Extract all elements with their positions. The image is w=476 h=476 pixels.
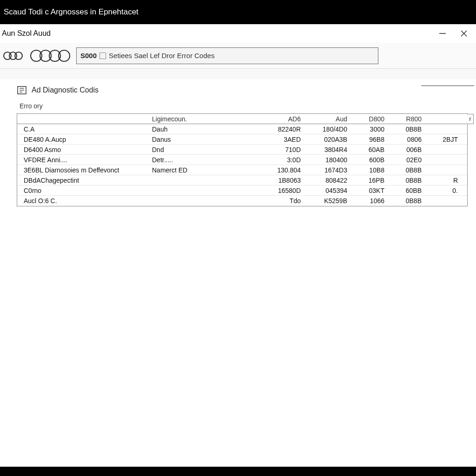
cell: C.A	[17, 126, 147, 133]
cell: 0B8B	[389, 126, 426, 133]
window-controls	[436, 27, 474, 40]
cell: 045394	[305, 187, 352, 194]
table-row[interactable]: DBdAChagepectint 1B8063 808422 16PB 0B8B…	[17, 175, 467, 185]
table-row[interactable]: VFDRE Anni.... Detr..... 3:0D 180400 600…	[17, 155, 467, 165]
cell: 10B8	[352, 166, 389, 174]
table-row[interactable]: Aucl O:6 C. Tdo K5259B 1066 0B8B	[17, 196, 467, 206]
content-area: Ad Diagnostic Codis Erro ory r Ligimecou…	[0, 79, 476, 206]
cell: 3E6BL Diarnosoies m Deffevonct	[17, 166, 147, 174]
close-icon	[460, 29, 468, 38]
cell: 0.	[426, 187, 463, 194]
window-titlebar: Aun Szol Auud	[0, 24, 476, 43]
app-title: Scaud Todi c Argnosses in Epnehtacet	[4, 7, 139, 17]
col-header-2[interactable]: AD6	[254, 115, 305, 123]
cell: DE480 A.Aucp	[17, 136, 147, 143]
cell: 1066	[352, 197, 389, 205]
brand-logo-rings-small	[3, 49, 25, 62]
cell: R	[426, 177, 463, 184]
cell: 0B8B	[389, 166, 426, 174]
cell: 1B8063	[254, 177, 305, 184]
minimize-button[interactable]	[436, 27, 449, 40]
cell: 0806	[389, 136, 426, 143]
cell: 60AB	[352, 146, 389, 153]
table-row[interactable]: DE480 A.Aucp Danus 3AED 020A3B 96B8 0806…	[17, 134, 467, 145]
cell: Danus	[147, 136, 254, 143]
cell: VFDRE Anni....	[17, 156, 147, 164]
cell: DBdAChagepectint	[17, 177, 147, 184]
cell: D6400 Asmo	[17, 146, 147, 153]
section-title: Ad Diagnostic Codis	[32, 86, 99, 94]
close-button[interactable]	[457, 27, 470, 40]
cell: Aucl O:6 C.	[17, 197, 147, 205]
cell: 02E0	[389, 156, 426, 164]
table-row[interactable]: D6400 Asmo Dnd 710D 3804R4 60AB 006B	[17, 145, 467, 155]
col-header-4[interactable]: D800	[352, 115, 389, 123]
cell: 808422	[305, 177, 352, 184]
bottom-bar	[0, 467, 476, 476]
rings-icon	[30, 48, 72, 64]
rings-icon	[3, 49, 25, 62]
toolbar-divider	[0, 69, 476, 79]
cell: 60BB	[389, 187, 426, 194]
cell: 0B8B	[389, 177, 426, 184]
toolbar: S000 Setiees Sael Lef Dror Error Codes	[0, 43, 476, 69]
table-row[interactable]: C0rno 16580D 045394 03KT 60BB 0.	[17, 185, 467, 196]
cell: 020A3B	[305, 136, 352, 143]
col-header-1[interactable]: Ligimecoun.	[147, 115, 254, 123]
search-code: S000	[80, 52, 97, 60]
scroll-stub[interactable]: r	[467, 114, 474, 124]
search-sep-icon	[99, 53, 106, 59]
cell: 1674D3	[305, 166, 352, 174]
search-input[interactable]: S000 Setiees Sael Lef Dror Error Codes	[76, 47, 378, 64]
cell: 3804R4	[305, 146, 352, 153]
svg-point-5	[15, 52, 22, 60]
cell: 03KT	[352, 187, 389, 194]
table-row[interactable]: 3E6BL Diarnosoies m Deffevonct Namerct E…	[17, 165, 467, 175]
window-title: Aun Szol Auud	[2, 29, 51, 38]
app-titlebar: Scaud Todi c Argnosses in Epnehtacet	[0, 0, 476, 24]
search-text: Setiees Sael Lef Dror Error Codes	[109, 52, 215, 60]
cell: K5259B	[305, 197, 352, 205]
cell: 006B	[389, 146, 426, 153]
section-header: Ad Diagnostic Codis	[17, 84, 476, 97]
cell: 3000	[352, 126, 389, 133]
cell: 130.804	[254, 166, 305, 174]
col-header-3[interactable]: Aud	[305, 115, 352, 123]
diagnostic-icon	[17, 85, 27, 95]
cell: 180/4D0	[305, 126, 352, 133]
cell: Tdo	[254, 197, 305, 205]
cell: 2BJT	[426, 136, 463, 143]
cell: 82240R	[254, 126, 305, 133]
section-subhead: Erro ory	[20, 102, 476, 110]
cell: 180400	[305, 156, 352, 164]
cell: Detr.....	[147, 156, 254, 164]
table-header-row: Ligimecoun. AD6 Aud D800 R800	[17, 114, 467, 124]
cell: C0rno	[17, 187, 147, 194]
cell: 96B8	[352, 136, 389, 143]
cell: Dauh	[147, 126, 254, 133]
cell: 3AED	[254, 136, 305, 143]
cell: Namerct ED	[147, 166, 254, 174]
col-header-5[interactable]: R800	[389, 115, 426, 123]
table-row[interactable]: C.A Dauh 82240R 180/4D0 3000 0B8B	[17, 124, 467, 134]
cell: Dnd	[147, 146, 254, 153]
cell: 16580D	[254, 187, 305, 194]
minimize-icon	[438, 29, 447, 38]
cell: 600B	[352, 156, 389, 164]
cell: 0B8B	[389, 197, 426, 205]
cell: 710D	[254, 146, 305, 153]
cell: 3:0D	[254, 156, 305, 164]
cell: 16PB	[352, 177, 389, 184]
brand-logo-rings-large	[30, 48, 72, 64]
diagnostic-table[interactable]: r Ligimecoun. AD6 Aud D800 R800 C.A Dauh…	[17, 113, 468, 206]
